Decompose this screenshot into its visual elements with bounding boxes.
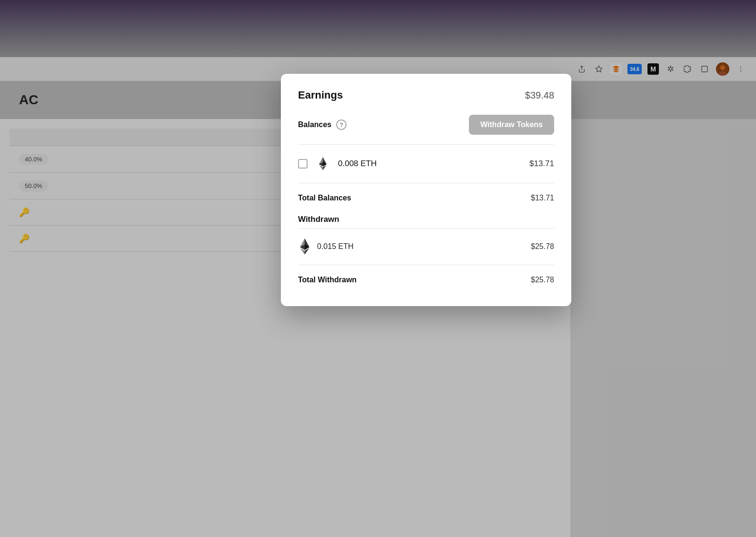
total-withdrawn-label: Total Withdrawn bbox=[298, 276, 357, 284]
balances-section-header: Balances ? Withdraw Tokens bbox=[298, 115, 554, 135]
withdrawn-eth-amount: 0.015 ETH bbox=[317, 242, 353, 251]
withdrawn-section: Withdrawn 0.015 ETH $25.78 bbox=[298, 215, 554, 291]
withdrawn-eth-value: $25.78 bbox=[531, 242, 554, 251]
modal-header: Earnings $39.48 bbox=[298, 89, 554, 101]
eth-amount: 0.008 ETH bbox=[338, 159, 377, 169]
total-withdrawn-row: Total Withdrawn $25.78 bbox=[298, 269, 554, 291]
ethereum-icon bbox=[315, 156, 330, 171]
withdrawn-left: 0.015 ETH bbox=[298, 240, 353, 253]
balance-left: 0.008 ETH bbox=[298, 156, 377, 171]
earnings-modal: Earnings $39.48 Balances ? Withdraw Toke… bbox=[281, 74, 571, 306]
divider-4 bbox=[298, 265, 554, 265]
balances-label: Balances bbox=[298, 120, 331, 129]
total-withdrawn-value: $25.78 bbox=[531, 276, 554, 284]
withdrawn-label: Withdrawn bbox=[298, 215, 554, 224]
divider-1 bbox=[298, 144, 554, 145]
withdrawn-eth-row: 0.015 ETH $25.78 bbox=[298, 232, 554, 261]
modal-title: Earnings bbox=[298, 89, 343, 101]
eth-value: $13.71 bbox=[529, 159, 554, 169]
total-balances-label: Total Balances bbox=[298, 194, 351, 202]
eth-checkbox[interactable] bbox=[298, 159, 308, 169]
help-icon[interactable]: ? bbox=[336, 119, 347, 130]
divider-3 bbox=[298, 228, 554, 229]
modal-total-earnings: $39.48 bbox=[525, 90, 554, 101]
ethereum-withdrawn-icon bbox=[298, 240, 311, 253]
total-balances-value: $13.71 bbox=[531, 194, 554, 202]
divider-2 bbox=[298, 183, 554, 183]
total-balances-row: Total Balances $13.71 bbox=[298, 187, 554, 209]
eth-balance-row: 0.008 ETH $13.71 bbox=[298, 149, 554, 179]
withdraw-tokens-button[interactable]: Withdraw Tokens bbox=[469, 115, 554, 135]
balances-label-group: Balances ? bbox=[298, 119, 347, 130]
